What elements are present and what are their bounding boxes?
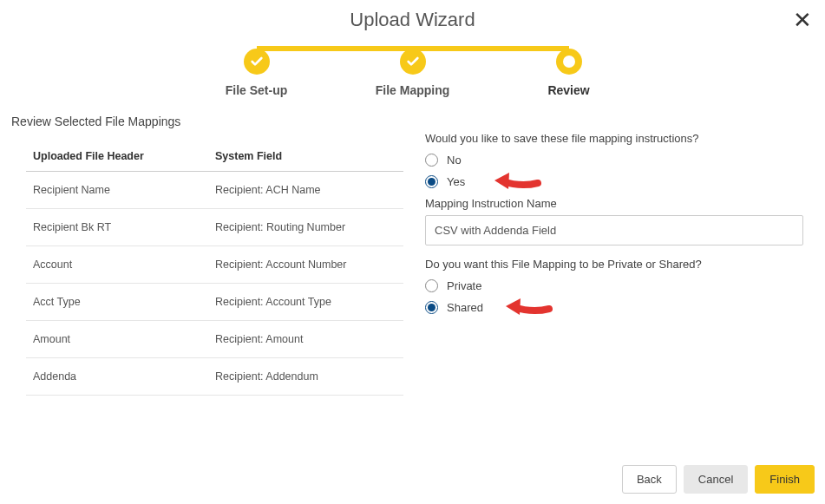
radio-private[interactable]: [425, 279, 438, 292]
table-row: Acct TypeRecipient: Account Type: [26, 284, 403, 321]
step-label: File Set-up: [226, 83, 288, 97]
cell-uploaded-header: Account: [26, 246, 208, 284]
cell-uploaded-header: Addenda: [26, 358, 208, 396]
stepper: File Set-up File Mapping Review: [170, 36, 656, 106]
radio-no-label: No: [447, 154, 462, 167]
radio-row-yes[interactable]: Yes: [425, 175, 803, 188]
cell-system-field: Recipient: Amount: [208, 321, 403, 358]
cell-uploaded-header: Acct Type: [26, 284, 208, 321]
col-uploaded-header: Uploaded File Header: [26, 141, 208, 172]
cell-system-field: Recipient: Account Number: [208, 246, 403, 284]
cell-uploaded-header: Recipient Bk RT: [26, 209, 208, 246]
back-button[interactable]: Back: [622, 465, 677, 494]
right-panel: Would you like to save these file mappin…: [416, 115, 816, 396]
step-circle-current: [556, 49, 582, 75]
cancel-button[interactable]: Cancel: [684, 465, 748, 494]
left-panel: Review Selected File Mappings Uploaded F…: [9, 115, 416, 396]
modal-header: Upload Wizard ✕: [0, 0, 825, 36]
step-file-mapping: File Mapping: [335, 49, 491, 97]
table-row: Recipient NameRecipient: ACH Name: [26, 172, 403, 209]
stepper-bar: [257, 46, 413, 51]
mapping-table: Uploaded File Header System Field Recipi…: [26, 141, 403, 396]
footer: Back Cancel Finish: [622, 465, 815, 494]
radio-row-no[interactable]: No: [425, 154, 803, 167]
col-system-field: System Field: [208, 141, 403, 172]
step-review: Review: [491, 49, 647, 97]
radio-private-label: Private: [447, 279, 481, 292]
cell-uploaded-header: Recipient Name: [26, 172, 208, 209]
modal-title: Upload Wizard: [0, 9, 825, 31]
cell-uploaded-header: Amount: [26, 321, 208, 358]
check-icon: [406, 55, 420, 69]
table-row: AddendaRecipient: Addendum: [26, 358, 403, 396]
close-icon[interactable]: ✕: [793, 9, 812, 31]
step-file-setup: File Set-up: [179, 49, 335, 97]
step-circle-done: [400, 49, 426, 75]
cell-system-field: Recipient: Routing Number: [208, 209, 403, 246]
mapping-name-label: Mapping Instruction Name: [425, 197, 803, 210]
content: Review Selected File Mappings Uploaded F…: [0, 106, 825, 396]
cell-system-field: Recipient: Account Type: [208, 284, 403, 321]
annotation-arrow-icon: [501, 296, 553, 322]
visibility-question: Do you want this File Mapping to be Priv…: [425, 258, 803, 271]
save-question: Would you like to save these file mappin…: [425, 132, 803, 145]
step-label: Review: [547, 83, 589, 97]
radio-no[interactable]: [425, 154, 438, 167]
table-row: AccountRecipient: Account Number: [26, 246, 403, 284]
check-icon: [250, 55, 264, 69]
section-title: Review Selected File Mappings: [9, 115, 399, 128]
finish-button[interactable]: Finish: [755, 465, 815, 494]
cell-system-field: Recipient: Addendum: [208, 358, 403, 396]
radio-shared[interactable]: [425, 301, 438, 314]
radio-yes-label: Yes: [447, 175, 465, 188]
radio-row-shared[interactable]: Shared: [425, 301, 803, 314]
stepper-bar: [413, 46, 569, 51]
radio-shared-label: Shared: [447, 301, 483, 314]
radio-yes[interactable]: [425, 175, 438, 188]
table-row: AmountRecipient: Amount: [26, 321, 403, 358]
table-row: Recipient Bk RTRecipient: Routing Number: [26, 209, 403, 246]
cell-system-field: Recipient: ACH Name: [208, 172, 403, 209]
mapping-name-input[interactable]: [425, 215, 803, 245]
annotation-arrow-icon: [490, 170, 542, 196]
step-label: File Mapping: [376, 83, 450, 97]
step-circle-done: [244, 49, 270, 75]
radio-row-private[interactable]: Private: [425, 279, 803, 292]
